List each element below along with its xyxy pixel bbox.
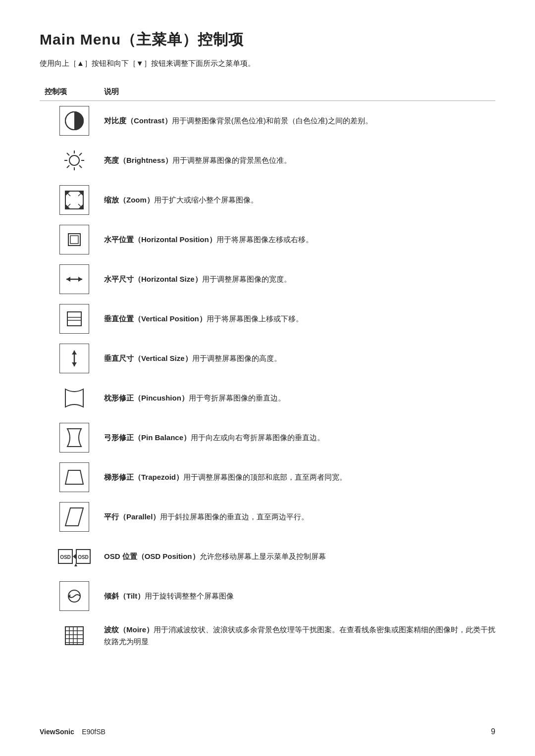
svg-marker-27 [65, 470, 83, 484]
svg-rect-21 [67, 312, 81, 326]
svg-line-10 [67, 165, 69, 168]
desc-brightness: 亮度（Brightness）用于调整屏幕图像的背景黑色位准。 [104, 141, 495, 180]
page-title: Main Menu（主菜单）控制项 [40, 30, 495, 50]
table-row: 波纹（Moire）用于消减波纹状、波浪状或多余背景色纹理等干扰图案。在查看线条密… [40, 616, 495, 655]
svg-marker-25 [72, 351, 77, 354]
icon-vertical-position [40, 299, 104, 339]
desc-pincushion: 枕形修正（Pincushion）用于弯折屏幕图像的垂直边。 [104, 378, 495, 418]
table-row: 弓形修正（Pin Balance）用于向左或向右弯折屏幕图像的垂直边。 [40, 418, 495, 457]
svg-marker-19 [66, 277, 70, 282]
svg-line-8 [79, 165, 82, 168]
footer-brand: ViewSonic [40, 728, 74, 736]
table-row: 枕形修正（Pincushion）用于弯折屏幕图像的垂直边。 [40, 378, 495, 418]
svg-text:OSD: OSD [60, 554, 71, 560]
desc-parallel: 平行（Parallel）用于斜拉屏幕图像的垂直边，直至两边平行。 [104, 497, 495, 537]
icon-tilt [40, 576, 104, 616]
icon-pincushion [40, 378, 104, 418]
icon-trapezoid [40, 457, 104, 497]
svg-rect-37 [65, 627, 83, 645]
desc-vertical-size: 垂直尺寸（Vertical Size）用于调整屏幕图像的高度。 [104, 339, 495, 378]
svg-marker-26 [72, 362, 77, 366]
table-row: 倾斜（Tilt）用于旋转调整整个屏幕图像 [40, 576, 495, 616]
icon-zoom [40, 180, 104, 220]
desc-contrast: 对比度（Contrast）用于调整图像背景(黑色位准)和前景（白色位准)之间的差… [104, 101, 495, 141]
desc-pin-balance: 弓形修正（Pin Balance）用于向左或向右弯折屏幕图像的垂直边。 [104, 418, 495, 457]
svg-marker-31 [73, 554, 76, 559]
desc-zoom: 缩放（Zoom）用于扩大或缩小整个屏幕图像。 [104, 180, 495, 220]
icon-horizontal-size [40, 259, 104, 299]
svg-rect-17 [70, 236, 78, 244]
svg-text:OSD: OSD [78, 554, 89, 560]
icon-osd-position: OSD OSD [40, 537, 104, 576]
table-row: 垂直尺寸（Vertical Size）用于调整屏幕图像的高度。 [40, 339, 495, 378]
table-row: 对比度（Contrast）用于调整图像背景(黑色位准)和前景（白色位准)之间的差… [40, 101, 495, 141]
icon-pin-balance [40, 418, 104, 457]
table-row: 垂直位置（Vertical Position）用于将屏幕图像上移或下移。 [40, 299, 495, 339]
desc-moire: 波纹（Moire）用于消减波纹状、波浪状或多余背景色纹理等干扰图案。在查看线条密… [104, 616, 495, 655]
table-row: 水平尺寸（Horizontal Size）用于调整屏幕图像的宽度。 [40, 259, 495, 299]
menu-table: 控制项 说明 对比度（Contrast）用于调整图像背景(黑色位准)和前景（白色… [40, 83, 495, 655]
svg-marker-20 [78, 277, 82, 282]
icon-moire [40, 616, 104, 655]
table-row: 水平位置（Horizontal Position）用于将屏幕图像左移或右移。 [40, 220, 495, 259]
footer-page: 9 [491, 727, 495, 736]
table-row: OSD OSD OSD 位置（OSD Position）允许您移动屏幕上显示菜单… [40, 537, 495, 576]
table-row: 亮度（Brightness）用于调整屏幕图像的背景黑色位准。 [40, 141, 495, 180]
icon-horizontal-position [40, 220, 104, 259]
desc-horizontal-size: 水平尺寸（Horizontal Size）用于调整屏幕图像的宽度。 [104, 259, 495, 299]
desc-osd-position: OSD 位置（OSD Position）允许您移动屏幕上显示菜单及控制屏幕 [104, 537, 495, 576]
col-header-desc: 说明 [104, 83, 495, 101]
desc-horizontal-position: 水平位置（Horizontal Position）用于将屏幕图像左移或右移。 [104, 220, 495, 259]
col-header-control: 控制项 [40, 83, 104, 101]
icon-parallel [40, 497, 104, 537]
svg-marker-28 [65, 508, 83, 526]
icon-brightness [40, 141, 104, 180]
desc-vertical-position: 垂直位置（Vertical Position）用于将屏幕图像上移或下移。 [104, 299, 495, 339]
svg-point-2 [69, 155, 79, 165]
desc-trapezoid: 梯形修正（Trapezoid）用于调整屏幕图像的顶部和底部，直至两者同宽。 [104, 457, 495, 497]
table-row: 平行（Parallel）用于斜拉屏幕图像的垂直边，直至两边平行。 [40, 497, 495, 537]
footer: ViewSonic E90fSB 9 [40, 727, 495, 736]
footer-model: E90fSB [82, 728, 105, 736]
subtitle: 使用向上［▲］按钮和向下［▼］按钮来调整下面所示之菜单项。 [40, 59, 495, 68]
icon-contrast [40, 101, 104, 141]
desc-tilt: 倾斜（Tilt）用于旋转调整整个屏幕图像 [104, 576, 495, 616]
svg-line-9 [79, 153, 82, 155]
table-row: 缩放（Zoom）用于扩大或缩小整个屏幕图像。 [40, 180, 495, 220]
table-row: 梯形修正（Trapezoid）用于调整屏幕图像的顶部和底部，直至两者同宽。 [40, 457, 495, 497]
svg-line-7 [67, 153, 69, 155]
icon-vertical-size [40, 339, 104, 378]
